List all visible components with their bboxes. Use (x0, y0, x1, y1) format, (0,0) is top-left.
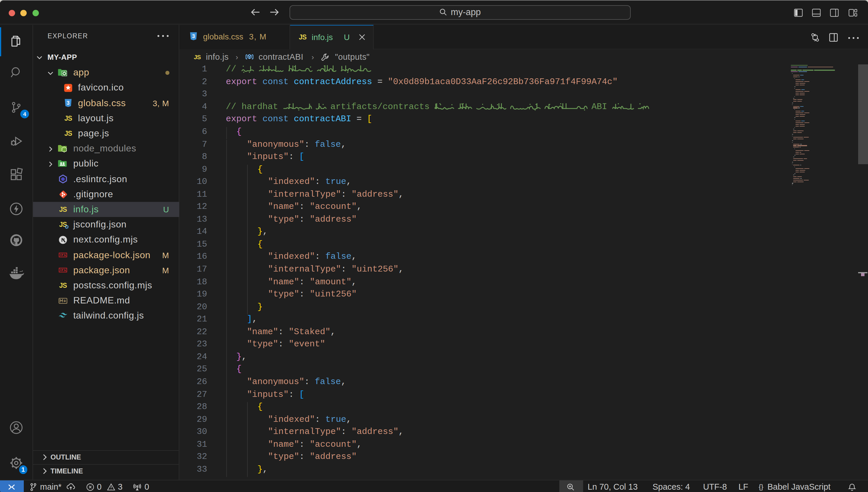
svg-text:3: 3 (67, 100, 70, 106)
svg-text:3: 3 (192, 33, 195, 39)
svg-text:JS: JS (62, 148, 66, 151)
